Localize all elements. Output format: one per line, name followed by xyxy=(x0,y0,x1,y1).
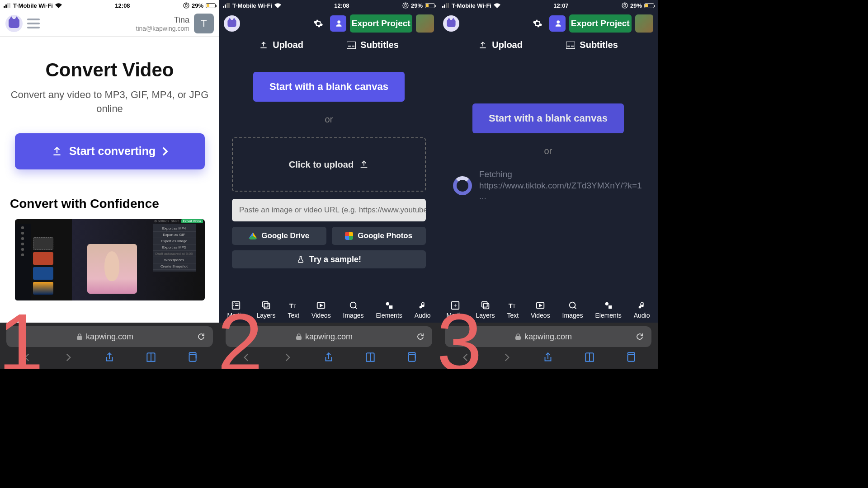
user-avatar[interactable] xyxy=(635,14,653,33)
user-info[interactable]: Tina tina@kapwing.com xyxy=(136,15,190,32)
nav-audio[interactable]: Audio xyxy=(415,300,431,319)
nav-audio[interactable]: Audio xyxy=(634,300,650,319)
google-drive-button[interactable]: Google Drive xyxy=(232,227,326,245)
tabs-icon[interactable] xyxy=(186,352,198,363)
google-photos-button[interactable]: Google Photos xyxy=(332,227,426,245)
invite-button[interactable] xyxy=(330,15,346,32)
screen-1: T-Mobile Wi-Fi 12:08 29% Tina tina@kapwi… xyxy=(0,0,219,369)
nav-images[interactable]: Images xyxy=(562,300,583,319)
editor-header: Export Project xyxy=(219,11,439,36)
upload-zone[interactable]: Click to upload xyxy=(232,137,426,192)
orientation-lock-icon xyxy=(183,2,189,9)
svg-rect-8 xyxy=(225,5,226,8)
bookmarks-icon[interactable] xyxy=(364,352,376,363)
svg-rect-48 xyxy=(628,355,635,361)
demo-export-menu: Export as MP4Export as GIF Export as Ima… xyxy=(153,224,196,272)
svg-point-32 xyxy=(622,3,627,8)
upload-tab[interactable]: Upload xyxy=(478,40,523,50)
subtitles-tab[interactable]: Subtitles xyxy=(347,40,398,50)
carrier-label: T-Mobile Wi-Fi xyxy=(13,2,53,9)
svg-rect-5 xyxy=(77,336,82,340)
url-input[interactable]: Paste an image or video URL (e.g. https:… xyxy=(232,199,426,221)
fetching-label: Fetching xyxy=(479,169,642,180)
svg-rect-40 xyxy=(481,302,487,307)
nav-images[interactable]: Images xyxy=(343,300,364,319)
svg-text:T: T xyxy=(509,302,513,310)
svg-rect-9 xyxy=(226,3,228,8)
svg-point-4 xyxy=(184,3,189,8)
reload-icon[interactable] xyxy=(635,332,644,341)
user-email: tina@kapwing.com xyxy=(136,25,190,32)
wifi-icon xyxy=(494,3,500,8)
svg-point-12 xyxy=(337,20,340,23)
orientation-lock-icon xyxy=(402,2,409,9)
export-project-button[interactable]: Export Project xyxy=(350,14,413,33)
forward-icon[interactable] xyxy=(282,352,293,363)
svg-rect-18 xyxy=(264,303,269,309)
settings-button[interactable] xyxy=(310,15,326,32)
nav-elements[interactable]: Elements xyxy=(595,300,621,319)
wifi-icon xyxy=(274,3,281,8)
forward-icon[interactable] xyxy=(501,352,513,363)
start-converting-label: Start converting xyxy=(69,145,156,158)
nav-text[interactable]: TTText xyxy=(507,300,519,319)
user-avatar[interactable] xyxy=(416,14,434,33)
subtitles-icon xyxy=(347,42,356,49)
upload-zone-label: Click to upload xyxy=(289,160,354,170)
editor-header: Export Project xyxy=(439,11,658,36)
share-icon[interactable] xyxy=(104,352,115,363)
kapwing-logo[interactable] xyxy=(443,15,459,32)
kapwing-logo[interactable] xyxy=(224,15,240,32)
share-icon[interactable] xyxy=(542,352,554,363)
lock-icon xyxy=(515,333,521,340)
loading-spinner-icon xyxy=(453,176,472,195)
svg-rect-30 xyxy=(446,3,447,8)
invite-button[interactable] xyxy=(549,15,566,32)
svg-rect-27 xyxy=(409,355,415,361)
google-photos-icon xyxy=(345,232,353,240)
demo-screenshot: ⚙ SettingsShareExport Video Export as MP… xyxy=(15,219,205,300)
lock-icon xyxy=(296,333,302,340)
bookmarks-icon[interactable] xyxy=(584,352,595,363)
bookmarks-icon[interactable] xyxy=(145,352,157,363)
reload-icon[interactable] xyxy=(416,332,425,341)
nav-videos[interactable]: Videos xyxy=(311,300,331,319)
nav-videos[interactable]: Videos xyxy=(531,300,550,319)
forward-icon[interactable] xyxy=(62,352,74,363)
tabs-icon[interactable] xyxy=(625,352,637,363)
battery-icon xyxy=(425,3,435,8)
nav-elements[interactable]: Elements xyxy=(376,300,402,319)
or-divider: or xyxy=(325,114,333,125)
editor-tabs: Upload Subtitles xyxy=(439,36,658,54)
subtitles-icon xyxy=(566,42,575,49)
url-text: kapwing.com xyxy=(86,332,133,342)
try-sample-button[interactable]: Try a sample! xyxy=(232,250,426,268)
blank-canvas-button[interactable]: Start with a blank canvas xyxy=(253,72,405,102)
nav-text[interactable]: TTText xyxy=(288,300,299,319)
kapwing-logo[interactable] xyxy=(5,15,23,32)
subtitles-tab[interactable]: Subtitles xyxy=(566,40,618,50)
upload-icon xyxy=(259,41,268,50)
svg-point-44 xyxy=(569,302,575,308)
svg-rect-47 xyxy=(515,336,521,340)
user-avatar[interactable]: T xyxy=(194,14,214,33)
settings-button[interactable] xyxy=(529,15,546,32)
export-project-button[interactable]: Export Project xyxy=(569,14,632,33)
blank-canvas-button[interactable]: Start with a blank canvas xyxy=(472,103,624,133)
svg-rect-15 xyxy=(352,46,354,47)
menu-button[interactable] xyxy=(27,19,40,28)
svg-text:T: T xyxy=(289,302,293,310)
reload-icon[interactable] xyxy=(197,332,206,341)
battery-icon xyxy=(644,3,654,8)
svg-text:T: T xyxy=(293,304,296,309)
svg-rect-36 xyxy=(571,46,574,47)
share-icon[interactable] xyxy=(323,352,335,363)
wifi-icon xyxy=(55,3,62,8)
page-header: Tina tina@kapwing.com T xyxy=(0,11,219,37)
svg-rect-10 xyxy=(228,3,230,8)
start-converting-button[interactable]: Start converting xyxy=(15,133,205,169)
tabs-icon[interactable] xyxy=(406,352,417,363)
upload-icon xyxy=(359,160,369,169)
svg-rect-28 xyxy=(442,6,443,8)
upload-tab[interactable]: Upload xyxy=(259,40,303,50)
